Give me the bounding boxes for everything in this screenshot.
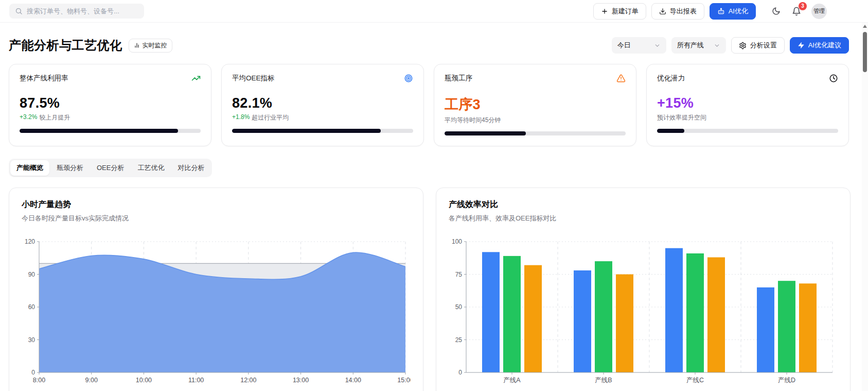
kpi-note: 较上月提升 — [39, 113, 70, 122]
progress-track — [445, 131, 626, 135]
kpi-title: 优化潜力 — [657, 74, 685, 83]
svg-text:11:00: 11:00 — [188, 377, 204, 384]
svg-text:60: 60 — [28, 303, 36, 311]
charts-row: 小时产量趋势 今日各时段产量目标vs实际完成情况 03060901208:009… — [9, 188, 849, 391]
scroll-up-arrow[interactable] — [863, 25, 867, 28]
svg-text:15:00: 15:00 — [397, 377, 411, 384]
chart-card-line-efficiency: 产线效率对比 各产线利用率、效率及OEE指标对比 0255075100产线A产线… — [436, 188, 851, 391]
target-icon — [404, 74, 413, 83]
kpi-note: 超过行业平均 — [252, 113, 289, 122]
svg-text:0: 0 — [31, 369, 35, 376]
ai-suggestion-label: AI优化建议 — [808, 41, 841, 50]
chart-title: 产线效率对比 — [449, 199, 838, 210]
gear-icon — [739, 42, 747, 49]
kpi-title: 整体产线利用率 — [20, 74, 68, 83]
svg-text:100: 100 — [452, 238, 462, 245]
kpi-value: 87.5% — [20, 95, 201, 111]
clock-icon — [829, 74, 838, 83]
kpi-note: 平均等待时间45分钟 — [445, 116, 501, 125]
theme-toggle-button[interactable] — [768, 4, 784, 19]
chevron-down-icon — [654, 42, 661, 49]
svg-text:75: 75 — [455, 271, 463, 278]
live-monitor-label: 实时监控 — [143, 41, 167, 50]
chart-title: 小时产量趋势 — [22, 199, 411, 210]
tab-bottleneck-analysis[interactable]: 瓶颈分析 — [50, 160, 90, 176]
robot-icon — [717, 7, 725, 15]
tab-oee-analysis[interactable]: OEE分析 — [91, 160, 130, 176]
ai-optimize-label: AI优化 — [729, 7, 748, 16]
zap-icon — [798, 42, 805, 49]
progress-fill — [445, 131, 526, 135]
trending-up-icon — [191, 74, 201, 83]
svg-text:14:00: 14:00 — [345, 377, 361, 384]
kpi-title: 瓶颈工序 — [445, 74, 472, 83]
search-input[interactable] — [27, 7, 138, 15]
progress-fill — [657, 129, 684, 133]
page-header: 产能分析与工艺优化 实时监控 今日 所有产线 分析设置 AI优化建议 — [9, 37, 849, 54]
progress-fill — [232, 129, 381, 133]
progress-track — [657, 129, 838, 133]
svg-text:50: 50 — [455, 303, 463, 311]
svg-text:产线B: 产线B — [595, 377, 612, 384]
chart-subtitle: 今日各时段产量目标vs实际完成情况 — [22, 214, 411, 223]
svg-text:12:00: 12:00 — [240, 377, 256, 384]
chart-subtitle: 各产线利用率、效率及OEE指标对比 — [449, 214, 838, 223]
kpi-delta: +3.2% — [20, 113, 37, 122]
moon-icon — [772, 7, 781, 15]
kpi-value: 82.1% — [232, 95, 413, 111]
svg-text:产线C: 产线C — [686, 377, 704, 384]
tab-capacity-overview[interactable]: 产能概览 — [10, 160, 49, 176]
search-box[interactable] — [9, 4, 144, 19]
export-report-button[interactable]: 导出报表 — [651, 3, 704, 20]
svg-text:25: 25 — [455, 336, 463, 344]
notifications-button[interactable]: 3 — [789, 4, 804, 19]
top-bar: 新建订单 导出报表 AI优化 3 管理 — [0, 0, 868, 23]
svg-text:9:00: 9:00 — [85, 377, 98, 384]
alert-triangle-icon — [616, 74, 626, 83]
kpi-delta: +1.8% — [232, 113, 250, 122]
svg-text:产线A: 产线A — [503, 377, 521, 384]
new-order-label: 新建订单 — [612, 7, 639, 16]
search-icon — [15, 7, 23, 15]
date-range-select[interactable]: 今日 — [612, 37, 666, 54]
kpi-title: 平均OEE指标 — [232, 74, 275, 83]
user-avatar[interactable]: 管理 — [811, 4, 827, 19]
svg-text:30: 30 — [28, 336, 36, 344]
svg-text:13:00: 13:00 — [293, 377, 309, 384]
analysis-settings-label: 分析设置 — [750, 41, 777, 50]
kpi-note: 预计效率提升空间 — [657, 113, 706, 122]
ai-optimize-button[interactable]: AI优化 — [710, 3, 756, 20]
kpi-card-bottleneck: 瓶颈工序 工序3 平均等待时间45分钟 — [434, 64, 636, 146]
kpi-value: +15% — [657, 95, 838, 111]
line-efficiency-bar-chart: 0255075100产线A产线B产线C产线D — [449, 235, 838, 391]
kpi-card-potential: 优化潜力 +15% 预计效率提升空间 — [646, 64, 849, 146]
chevron-down-icon — [714, 42, 720, 49]
notification-badge: 3 — [799, 2, 807, 10]
scrollbar-thumb[interactable] — [863, 32, 867, 72]
chart-card-hourly-output: 小时产量趋势 今日各时段产量目标vs实际完成情况 03060901208:009… — [9, 188, 423, 391]
export-report-label: 导出报表 — [670, 7, 697, 16]
scrollbar[interactable] — [862, 23, 868, 391]
svg-text:120: 120 — [25, 238, 35, 245]
svg-text:10:00: 10:00 — [136, 377, 152, 384]
progress-track — [20, 129, 201, 133]
tab-process-optimization[interactable]: 工艺优化 — [131, 160, 170, 176]
kpi-card-utilization: 整体产线利用率 87.5% +3.2% 较上月提升 — [9, 64, 211, 146]
svg-text:90: 90 — [28, 271, 36, 278]
analysis-tabs: 产能概览 瓶颈分析 OEE分析 工艺优化 对比分析 — [9, 159, 212, 177]
progress-fill — [20, 129, 178, 133]
ai-suggestion-button[interactable]: AI优化建议 — [790, 37, 849, 54]
page-title: 产能分析与工艺优化 — [9, 37, 122, 54]
svg-text:0: 0 — [458, 369, 462, 376]
analysis-settings-button[interactable]: 分析设置 — [731, 37, 785, 54]
live-monitor-badge: 实时监控 — [129, 39, 172, 53]
kpi-card-row: 整体产线利用率 87.5% +3.2% 较上月提升 平均OEE指标 82.1% … — [9, 64, 849, 146]
svg-text:8:00: 8:00 — [33, 377, 45, 384]
plus-icon — [601, 8, 608, 15]
new-order-button[interactable]: 新建订单 — [593, 3, 646, 20]
kpi-value: 工序3 — [445, 95, 626, 114]
download-icon — [659, 8, 666, 15]
production-line-select[interactable]: 所有产线 — [671, 37, 726, 54]
progress-track — [232, 129, 413, 133]
tab-comparison-analysis[interactable]: 对比分析 — [171, 160, 210, 176]
